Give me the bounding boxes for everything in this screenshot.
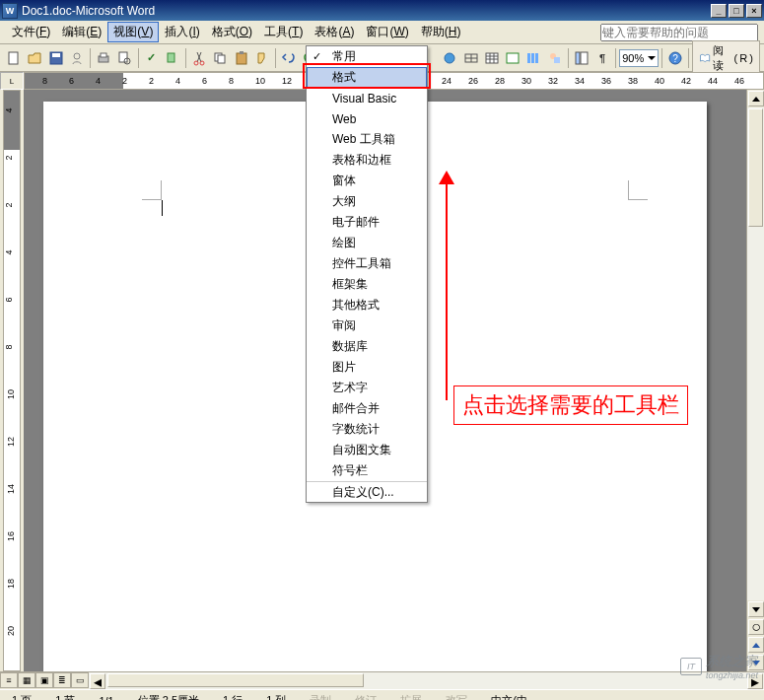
svg-rect-21	[535, 53, 538, 63]
submenu-item-customize[interactable]: 自定义(C)...	[307, 481, 427, 502]
prev-page-button[interactable]	[748, 637, 764, 653]
submenu-item-10[interactable]: 控件工具箱	[307, 253, 427, 274]
reading-view-button[interactable]: ▭	[71, 672, 89, 688]
svg-point-15	[445, 53, 454, 63]
normal-view-button[interactable]: ≡	[0, 672, 18, 688]
hyperlink-icon[interactable]	[440, 47, 459, 69]
svg-rect-12	[218, 55, 225, 63]
excel-icon[interactable]	[503, 47, 522, 69]
ruler-tick: 44	[708, 76, 718, 86]
watermark-logo-icon: IT	[680, 658, 702, 675]
research-icon[interactable]	[163, 47, 182, 69]
submenu-item-7[interactable]: 大纲	[307, 191, 427, 212]
spellcheck-icon[interactable]: ✓	[141, 47, 161, 69]
maximize-button[interactable]: □	[729, 4, 744, 18]
submenu-item-18[interactable]: 字数统计	[307, 419, 427, 440]
minimize-button[interactable]: _	[711, 4, 727, 18]
select-browse-object-button[interactable]: ○	[748, 619, 764, 635]
svg-rect-17	[486, 53, 498, 63]
cut-icon[interactable]	[189, 47, 209, 69]
status-overwrite[interactable]: 改写	[442, 693, 471, 700]
status-extend[interactable]: 扩展	[396, 693, 426, 700]
permission-icon[interactable]	[67, 47, 87, 69]
show-formatting-icon[interactable]: ¶	[592, 47, 612, 69]
close-button[interactable]: ×	[746, 4, 762, 18]
drawing-icon[interactable]	[545, 47, 565, 69]
new-doc-icon[interactable]	[4, 47, 24, 69]
status-revision[interactable]: 修订	[351, 693, 381, 700]
submenu-item-3[interactable]: Web	[307, 108, 427, 129]
submenu-item-12[interactable]: 其他格式	[307, 295, 427, 315]
read-mode-button[interactable]: 阅读(R)	[692, 40, 760, 76]
svg-point-10	[200, 61, 204, 65]
vertical-scrollbar[interactable]: ○	[746, 90, 764, 671]
print-layout-view-button[interactable]: ▣	[35, 672, 53, 688]
ruler-tick: 10	[6, 389, 16, 399]
status-record[interactable]: 录制	[306, 693, 335, 700]
save-icon[interactable]	[46, 47, 66, 69]
submenu-item-9[interactable]: 绘图	[307, 233, 427, 253]
svg-rect-8	[168, 53, 174, 62]
watermark: IT 系统之家 tongzhijia.net	[680, 653, 758, 680]
format-painter-icon[interactable]	[252, 47, 272, 69]
ruler-corner: L	[0, 72, 24, 90]
horizontal-scrollbar[interactable]: ◂ ▸	[89, 672, 764, 689]
submenu-item-6[interactable]: 窗体	[307, 171, 427, 191]
ruler-tick: 4	[4, 107, 14, 112]
menu-edit[interactable]: 编辑(E)	[56, 22, 107, 42]
print-preview-icon[interactable]	[114, 47, 134, 69]
submenu-item-5[interactable]: 表格和边框	[307, 150, 427, 171]
undo-icon[interactable]	[279, 47, 299, 69]
menu-help[interactable]: 帮助(H)	[415, 22, 467, 42]
menu-tools[interactable]: 工具(T)	[258, 22, 309, 42]
check-icon: ✓	[313, 50, 321, 63]
scroll-down-button[interactable]	[748, 601, 764, 617]
menu-insert[interactable]: 插入(I)	[159, 22, 205, 42]
ruler-tick: 2	[4, 202, 14, 207]
submenu-item-4[interactable]: Web 工具箱	[307, 129, 427, 150]
menu-table[interactable]: 表格(A)	[309, 22, 360, 42]
ruler-tick: 8	[4, 344, 14, 349]
ruler-tick: 28	[495, 76, 505, 86]
annotation-callout: 点击选择需要的工具栏	[453, 385, 688, 425]
doc-map-icon[interactable]	[572, 47, 591, 69]
submenu-item-11[interactable]: 框架集	[307, 274, 427, 295]
open-icon[interactable]	[25, 47, 44, 69]
titlebar: W Doc1.doc - Microsoft Word _ □ ×	[0, 0, 764, 21]
scroll-up-button[interactable]	[748, 91, 764, 106]
submenu-item-19[interactable]: 自动图文集	[307, 440, 427, 460]
menu-window[interactable]: 窗口(W)	[360, 22, 414, 42]
help-icon[interactable]: ?	[665, 47, 685, 69]
svg-point-3	[74, 53, 80, 59]
submenu-item-15[interactable]: 图片	[307, 357, 427, 378]
menu-format[interactable]: 格式(O)	[206, 22, 258, 42]
menu-file[interactable]: 文件(F)	[6, 22, 56, 42]
copy-icon[interactable]	[210, 47, 230, 69]
vertical-ruler[interactable]: 422468101214161820	[0, 90, 24, 671]
outline-view-button[interactable]: ≣	[53, 672, 71, 688]
submenu-item-16[interactable]: 艺术字	[307, 378, 427, 398]
ruler-tick: 2	[4, 155, 14, 160]
svg-text:?: ?	[672, 53, 678, 64]
submenu-item-13[interactable]: 审阅	[307, 315, 427, 336]
status-language[interactable]: 中文(中	[487, 693, 531, 700]
submenu-item-1[interactable]: 格式	[307, 67, 427, 88]
submenu-item-2[interactable]: Visual Basic	[307, 88, 427, 108]
print-icon[interactable]	[94, 47, 113, 69]
status-column: 1 列	[262, 693, 290, 700]
paste-icon[interactable]	[231, 47, 250, 69]
help-search-input[interactable]	[600, 24, 758, 41]
tables-borders-icon[interactable]	[460, 47, 480, 69]
submenu-item-0[interactable]: ✓常用	[307, 46, 427, 67]
zoom-combo[interactable]: 90%	[619, 49, 659, 67]
ruler-tick: 6	[69, 76, 74, 86]
submenu-item-8[interactable]: 电子邮件	[307, 212, 427, 233]
submenu-item-20[interactable]: 符号栏	[307, 460, 427, 481]
menu-view[interactable]: 视图(V)	[107, 22, 159, 42]
svg-rect-19	[527, 53, 530, 63]
web-view-button[interactable]: ▦	[18, 672, 35, 688]
submenu-item-17[interactable]: 邮件合并	[307, 398, 427, 419]
submenu-item-14[interactable]: 数据库	[307, 336, 427, 357]
columns-icon[interactable]	[523, 47, 543, 69]
insert-table-icon[interactable]	[482, 47, 502, 69]
